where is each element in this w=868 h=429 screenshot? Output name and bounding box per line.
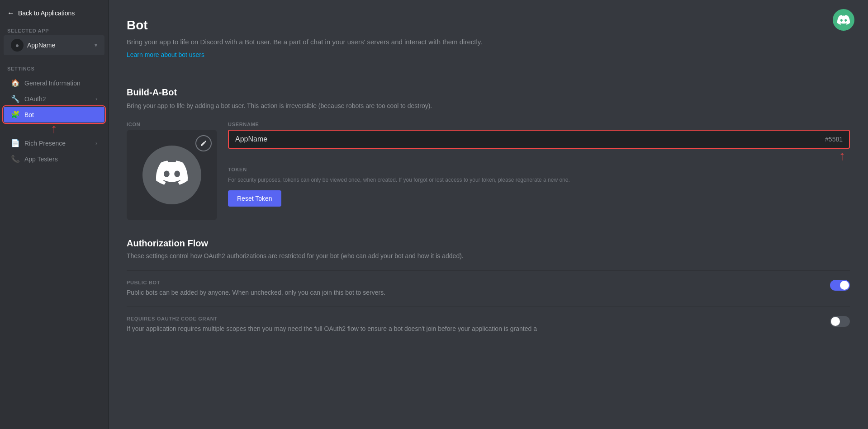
page-title: Bot (127, 18, 850, 33)
settings-section-label: SETTINGS (0, 62, 108, 73)
sidebar-item-rich-presence[interactable]: 📄 Rich Presence › (4, 135, 104, 151)
bot-avatar-circle (142, 146, 201, 204)
annotation-arrow-up: ↑ (4, 123, 104, 135)
public-bot-name: PUBLIC BOT (127, 280, 741, 285)
main-content: Bot Bring your app to life on Discord wi… (109, 0, 868, 429)
oauth2-code-grant-info: REQUIRES OAUTH2 CODE GRANT If your appli… (127, 316, 741, 334)
chevron-down-icon: ▾ (95, 42, 97, 48)
token-label: TOKEN (228, 167, 850, 172)
sidebar-item-label: Bot (24, 111, 97, 118)
back-to-applications-label: Back to Applications (18, 9, 75, 17)
build-a-bot-grid: ICON USERNAME (127, 122, 850, 220)
avatar-icon: ● (15, 42, 19, 49)
phone-icon: 📞 (11, 155, 20, 163)
public-bot-toggle[interactable] (830, 280, 850, 291)
token-field-group: TOKEN For security purposes, tokens can … (228, 167, 850, 207)
top-right-avatar[interactable] (833, 9, 854, 31)
puzzle-icon: 🧩 (11, 110, 20, 119)
sidebar-item-label: App Testers (24, 156, 97, 163)
chevron-right-icon: › (95, 140, 97, 146)
learn-more-link[interactable]: Learn more about bot users (127, 51, 204, 58)
sidebar-item-label: General Information (24, 80, 97, 87)
username-discriminator: #5581 (819, 136, 849, 143)
public-bot-setting-row: PUBLIC BOT Public bots can be added by a… (127, 270, 850, 306)
username-input-wrapper-outer: #5581 ↑ (228, 130, 850, 149)
username-field-wrapper: #5581 (228, 130, 850, 149)
sidebar-item-oauth2[interactable]: 🔧 OAuth2 › (4, 91, 104, 107)
bot-mascot-icon (156, 157, 188, 193)
document-icon: 📄 (11, 139, 20, 147)
chevron-right-icon: › (95, 96, 97, 102)
icon-area: ICON (127, 122, 217, 220)
oauth2-code-grant-toggle[interactable] (830, 316, 850, 327)
authorization-section: Authorization Flow These settings contro… (127, 238, 850, 343)
token-description: For security purposes, tokens can only b… (228, 176, 850, 184)
icon-label: ICON (127, 122, 217, 127)
username-token-area: USERNAME #5581 ↑ TOKEN For security purp… (228, 122, 850, 207)
app-selector[interactable]: ● AppName ▾ (4, 35, 104, 55)
discord-icon (837, 14, 850, 26)
sidebar: ← Back to Applications SELECTED APP ● Ap… (0, 0, 109, 429)
sidebar-item-general[interactable]: 🏠 General Information (4, 75, 104, 91)
sidebar-item-label: OAuth2 (24, 95, 91, 103)
reset-token-button[interactable]: Reset Token (228, 190, 281, 207)
bot-icon-container (127, 130, 217, 220)
sidebar-item-label: Rich Presence (24, 140, 91, 147)
toggle-knob (831, 317, 840, 326)
public-bot-desc: Public bots can be added by anyone. When… (127, 288, 741, 297)
bot-icon-edit-button[interactable] (195, 135, 212, 151)
sidebar-item-bot[interactable]: 🧩 Bot (4, 107, 104, 123)
oauth2-code-grant-setting-row: REQUIRES OAUTH2 CODE GRANT If your appli… (127, 306, 850, 343)
page-subtitle: Bring your app to life on Discord with a… (127, 37, 850, 47)
app-selector-name: AppName (27, 42, 91, 49)
username-label: USERNAME (228, 122, 850, 127)
build-a-bot-title: Build-A-Bot (127, 87, 850, 98)
build-a-bot-subtitle: Bring your app to life by adding a bot u… (127, 101, 850, 111)
annotation-arrow-up-right: ↑ (839, 149, 845, 163)
back-to-applications-link[interactable]: ← Back to Applications (0, 0, 108, 24)
wrench-icon: 🔧 (11, 94, 20, 103)
sidebar-item-app-testers[interactable]: 📞 App Testers (4, 151, 104, 167)
home-icon: 🏠 (11, 79, 20, 87)
authorization-subtitle: These settings control how OAuth2 author… (127, 252, 850, 259)
public-bot-info: PUBLIC BOT Public bots can be added by a… (127, 280, 741, 297)
authorization-title: Authorization Flow (127, 238, 850, 249)
oauth2-code-grant-name: REQUIRES OAUTH2 CODE GRANT (127, 316, 741, 321)
back-arrow-icon: ← (7, 9, 14, 17)
username-input[interactable] (229, 131, 819, 148)
app-selector-avatar: ● (11, 39, 24, 52)
username-field-group: USERNAME #5581 ↑ (228, 122, 850, 149)
selected-app-label: SELECTED APP (0, 24, 108, 35)
toggle-knob (840, 281, 849, 290)
oauth2-code-grant-desc: If your application requires multiple sc… (127, 324, 741, 334)
